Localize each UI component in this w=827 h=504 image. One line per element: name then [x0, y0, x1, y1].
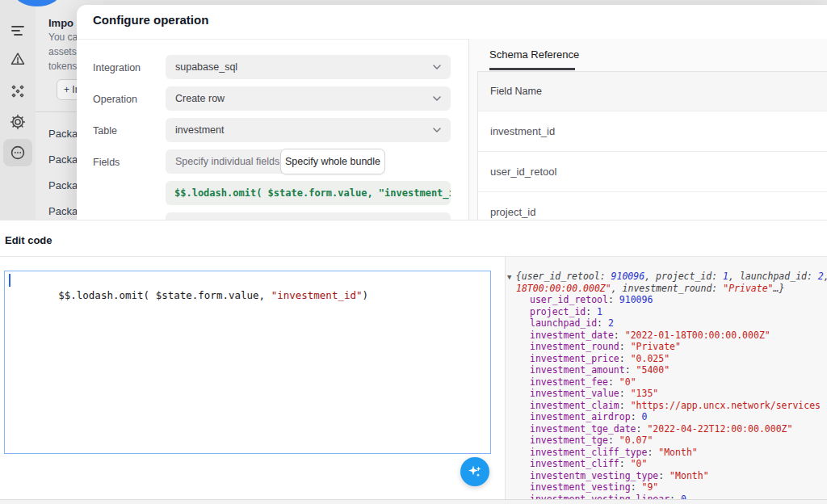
- property-colon: :: [586, 306, 597, 317]
- property-key: investment_claim: [530, 400, 619, 411]
- property-value: "Private": [631, 341, 681, 352]
- modal-title: Configure operation: [93, 13, 208, 27]
- table-select[interactable]: investment: [166, 118, 451, 142]
- partial-next-field: [166, 212, 451, 220]
- bundle-code-field[interactable]: $$.lodash.omit( $state.form.value, "inve…: [166, 181, 451, 205]
- nav-item-package[interactable]: Packa: [48, 205, 78, 217]
- console-token: 1: [723, 271, 728, 282]
- property-value: 1: [597, 306, 602, 317]
- console-token: user_id_retool: [522, 271, 600, 282]
- console-property-line: investment_round: "Private": [506, 341, 827, 353]
- table-row: project_id: [478, 192, 827, 220]
- property-colon: :: [631, 411, 642, 422]
- fields-label: Fields: [93, 156, 162, 169]
- console-output: ▼ {user_id_retool: 910096, project_id: 1…: [506, 271, 827, 499]
- nav-item-package[interactable]: Packa: [48, 153, 78, 166]
- console-token: ,: [644, 271, 656, 282]
- code-line: $$.lodash.omit( $state.form.value, "inve…: [10, 275, 368, 316]
- console-token: :: [712, 283, 723, 294]
- property-colon: :: [625, 364, 636, 376]
- property-value: "2022-04-22T12:00:00.000Z": [647, 423, 792, 435]
- table-row: investment_id: [478, 111, 827, 152]
- tab-schema-reference[interactable]: Schema Reference: [489, 48, 579, 61]
- code-plain-after: ): [363, 289, 369, 301]
- field-name-cell: project_id: [490, 206, 535, 218]
- console-property-line: investment_cliff: "0": [506, 458, 827, 470]
- property-key: investment_cliff: [530, 458, 619, 469]
- nav-description-line: You ca: [48, 32, 78, 43]
- console-token: :: [807, 271, 818, 282]
- property-value: "Month": [658, 447, 697, 458]
- console-property-line: user_id_retool: 910096: [506, 294, 827, 306]
- nav-description-line: tokens: [48, 61, 77, 72]
- console-token: …}: [774, 283, 785, 294]
- more-circle-icon[interactable]: [10, 145, 26, 161]
- expander-triangle-icon[interactable]: ▼: [507, 273, 516, 281]
- property-colon: :: [670, 494, 681, 500]
- console-property-line: investment_price: "0.025": [506, 353, 827, 365]
- console-property-line: investment_vesting: "9": [506, 481, 827, 494]
- property-value: "0": [619, 376, 636, 388]
- nav-item-package[interactable]: Packa: [48, 128, 78, 140]
- property-value: 2: [608, 317, 614, 329]
- property-colon: :: [631, 481, 642, 493]
- specify-whole-bundle-option[interactable]: Specify whole bundle: [280, 149, 385, 174]
- console-summary-line-2: 18T00:00:00.000Z", investment_round: "Pr…: [506, 283, 827, 295]
- property-colon: :: [619, 341, 631, 352]
- icon-rail: [0, 0, 36, 220]
- property-value: "https://app.uncx.network/services: [631, 400, 821, 411]
- nav-heading: Impo: [48, 17, 73, 29]
- property-colon: :: [608, 435, 619, 446]
- alert-triangle-icon[interactable]: [10, 51, 26, 67]
- property-colon: :: [619, 353, 631, 364]
- property-key: investment_amount: [530, 364, 625, 376]
- nav-description-line: assets: [48, 46, 77, 57]
- configure-operation-modal: Configure operation Integration supabase…: [77, 5, 827, 220]
- property-key: investment_price: [530, 353, 619, 364]
- bottom-status-strip: [0, 499, 827, 504]
- nav-item-package[interactable]: Packa: [48, 179, 78, 191]
- property-key: investment_vesting: [530, 481, 631, 493]
- diamonds-icon[interactable]: [10, 83, 26, 99]
- property-key: user_id_retool: [530, 294, 608, 305]
- specify-individual-fields-option[interactable]: Specify individual fields: [175, 149, 279, 174]
- code-editor[interactable]: $$.lodash.omit( $state.form.value, "inve…: [4, 271, 491, 454]
- schema-reference-panel: Schema Reference Field Name investment_i…: [468, 39, 827, 220]
- console-summary-line: ▼ {user_id_retool: 910096, project_id: 1…: [506, 271, 827, 283]
- property-key: investment_fee: [530, 376, 608, 388]
- table-row: user_id_retool: [478, 152, 827, 192]
- property-value: "Month": [670, 470, 708, 481]
- property-colon: :: [647, 447, 658, 458]
- property-colon: :: [619, 400, 631, 411]
- console-token: ,: [824, 271, 827, 282]
- console-token: launchpad_id: [740, 271, 807, 282]
- field-name-cell: user_id_retool: [490, 166, 556, 178]
- console-token: project_id: [656, 271, 712, 282]
- property-value: "0.025": [631, 353, 670, 364]
- integration-select[interactable]: supabase_sql: [166, 55, 451, 79]
- ai-assist-button[interactable]: [460, 457, 489, 486]
- console-property-line: investment_value: "135": [506, 388, 827, 400]
- code-string: "investment_id": [271, 289, 363, 301]
- gear-icon[interactable]: [10, 114, 26, 130]
- operation-label: Operation: [93, 93, 162, 106]
- property-value: "2022-01-18T00:00:00.000Z": [625, 330, 770, 341]
- schema-table: Field Name investment_iduser_id_retoolpr…: [477, 71, 827, 220]
- console-property-line: launchpad_id: 2: [506, 317, 827, 330]
- property-key: investment_value: [530, 388, 619, 399]
- operation-select[interactable]: Create row: [166, 86, 451, 111]
- integration-value: supabase_sql: [175, 55, 237, 79]
- console-token: 910096: [611, 271, 645, 282]
- property-colon: :: [619, 458, 631, 469]
- menu-lines-icon[interactable]: [10, 23, 26, 39]
- code-plain-before: $$.lodash.omit( $state.form.value,: [58, 289, 271, 301]
- property-key: investentm_vesting_type: [530, 470, 658, 481]
- property-key: launchpad_id: [530, 317, 597, 329]
- field-name-cell: investment_id: [490, 125, 555, 137]
- property-value: 0: [641, 411, 647, 422]
- console-token: 18T00:00:00.000Z": [516, 283, 611, 294]
- property-colon: :: [608, 376, 619, 388]
- field-name-column-header: Field Name: [490, 86, 542, 97]
- property-key: investment_round: [530, 341, 619, 352]
- console-token: investment_round: [623, 283, 712, 294]
